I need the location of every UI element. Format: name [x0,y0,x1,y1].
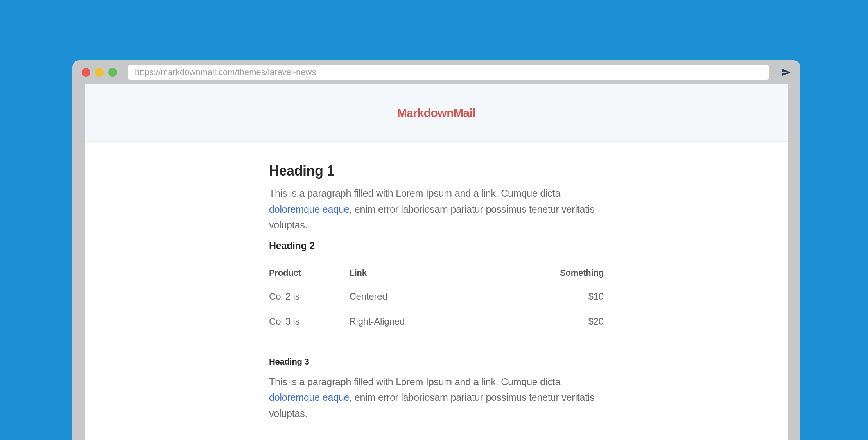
browser-chrome: https://markdownmail.com/themes/laravel-… [72,60,800,84]
paragraph-2-text-before: This is a paragraph filled with Lorem Ip… [269,376,560,387]
heading-2: Heading 2 [269,240,604,251]
table-row: Col 3 is Right-Aligned $20 [269,309,604,334]
data-table: Product Link Something Col 2 is Centered… [269,262,604,334]
paragraph-1-text-before: This is a paragraph filled with Lorem Ip… [269,188,560,199]
minimize-window-button[interactable] [95,68,104,77]
paragraph-1-link[interactable]: doloremque eaque [269,204,349,215]
paragraph-2: This is a paragraph filled with Lorem Ip… [269,374,604,422]
table-header-something: Something [516,262,604,284]
brand-logo[interactable]: MarkdownMail [397,106,476,120]
table-cell: Col 2 is [269,284,349,309]
table-row: Col 2 is Centered $10 [269,284,604,309]
heading-3: Heading 3 [269,357,604,367]
send-icon[interactable] [781,67,791,77]
url-text: https://markdownmail.com/themes/laravel-… [135,67,316,77]
page-header: MarkdownMail [85,84,788,142]
table-cell: Right-Aligned [349,309,516,334]
table-cell: $20 [516,309,604,334]
table-cell: Centered [349,284,516,309]
url-bar[interactable]: https://markdownmail.com/themes/laravel-… [128,65,769,80]
main-content: Heading 1 This is a paragraph filled wit… [269,142,604,421]
table-header-row: Product Link Something [269,262,604,284]
table-header-link: Link [349,262,516,284]
maximize-window-button[interactable] [108,68,117,77]
browser-window: https://markdownmail.com/themes/laravel-… [72,60,800,440]
heading-1: Heading 1 [269,163,604,179]
paragraph-2-link[interactable]: doloremque eaque [269,392,349,403]
traffic-lights [82,68,117,77]
table-cell: $10 [516,284,604,309]
page-content-area: MarkdownMail Heading 1 This is a paragra… [85,84,788,440]
close-window-button[interactable] [82,68,90,77]
table-header-product: Product [269,262,349,284]
table-cell: Col 3 is [269,309,349,334]
paragraph-1: This is a paragraph filled with Lorem Ip… [269,185,604,233]
